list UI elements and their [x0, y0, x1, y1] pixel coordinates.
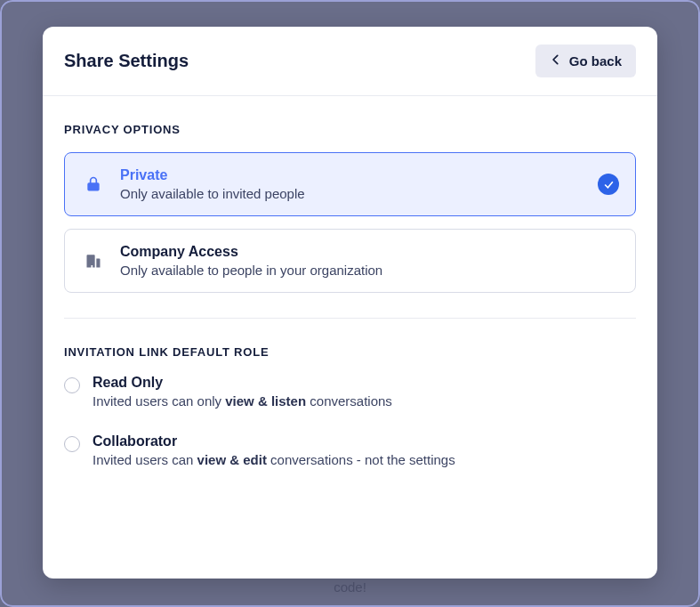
privacy-heading: PRIVACY OPTIONS: [64, 123, 636, 136]
building-icon: [81, 252, 106, 270]
check-icon: [598, 174, 619, 195]
privacy-option-title: Private: [120, 167, 598, 183]
share-settings-modal: Share Settings Go back PRIVACY OPTIONS P…: [43, 27, 657, 579]
modal-title: Share Settings: [64, 51, 189, 71]
lock-icon: [81, 175, 106, 193]
role-option-readonly[interactable]: Read Only Invited users can only view & …: [64, 375, 636, 409]
role-option-text: Collaborator Invited users can view & ed…: [93, 433, 636, 467]
modal-body: PRIVACY OPTIONS Private Only available t…: [43, 96, 657, 519]
role-option-desc: Invited users can only view & listen con…: [93, 393, 636, 409]
privacy-option-desc: Only available to people in your organiz…: [120, 263, 619, 278]
section-divider: [64, 318, 636, 319]
modal-header: Share Settings Go back: [43, 27, 657, 96]
role-option-collaborator[interactable]: Collaborator Invited users can view & ed…: [64, 433, 636, 467]
privacy-option-text: Company Access Only available to people …: [120, 244, 619, 278]
privacy-option-title: Company Access: [120, 244, 619, 260]
roles-heading: INVITATION LINK DEFAULT ROLE: [64, 345, 636, 359]
role-option-desc: Invited users can view & edit conversati…: [93, 452, 636, 467]
radio-icon: [64, 377, 80, 393]
go-back-label: Go back: [569, 53, 622, 69]
role-option-text: Read Only Invited users can only view & …: [93, 375, 636, 409]
go-back-button[interactable]: Go back: [535, 45, 636, 77]
role-option-title: Collaborator: [93, 433, 636, 449]
backdrop-text: code!: [334, 579, 366, 595]
chevron-left-icon: [550, 53, 562, 69]
privacy-option-text: Private Only available to invited people: [120, 167, 598, 201]
privacy-option-private[interactable]: Private Only available to invited people: [64, 152, 636, 216]
role-option-title: Read Only: [93, 375, 636, 391]
privacy-option-desc: Only available to invited people: [120, 186, 598, 201]
privacy-option-company[interactable]: Company Access Only available to people …: [64, 229, 636, 293]
radio-icon: [64, 436, 80, 452]
